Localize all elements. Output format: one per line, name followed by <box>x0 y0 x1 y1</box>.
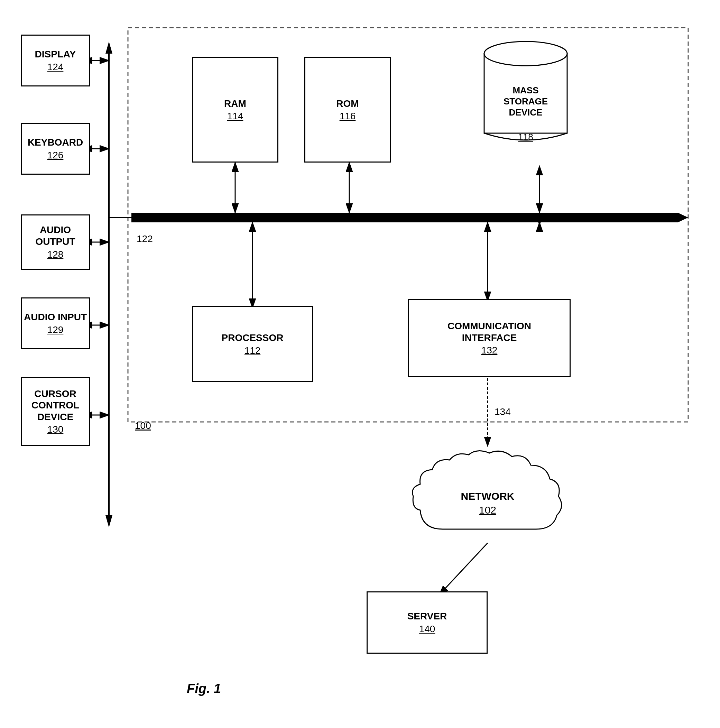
rom-number: 116 <box>339 111 356 122</box>
audio-input-label: AUDIO INPUT <box>24 311 87 323</box>
svg-text:122: 122 <box>137 234 153 244</box>
svg-text:STORAGE: STORAGE <box>503 96 548 107</box>
svg-marker-14 <box>105 41 112 54</box>
processor-box: PROCESSOR 112 <box>192 306 313 382</box>
svg-text:134: 134 <box>495 406 511 417</box>
svg-text:102: 102 <box>479 504 496 515</box>
server-number: 140 <box>419 624 436 635</box>
display-label: DISPLAY <box>35 48 76 60</box>
audio-input-box: AUDIO INPUT 129 <box>21 297 90 349</box>
audio-output-label: AUDIO OUTPUT <box>35 224 75 247</box>
svg-rect-4 <box>131 213 678 222</box>
ram-label: RAM <box>224 98 246 110</box>
svg-marker-15 <box>105 515 112 528</box>
display-box: DISPLAY 124 <box>21 35 90 86</box>
server-label: SERVER <box>407 610 447 622</box>
svg-line-23 <box>439 543 488 595</box>
svg-text:NETWORK: NETWORK <box>461 490 515 502</box>
processor-label: PROCESSOR <box>222 332 284 344</box>
audio-output-number: 128 <box>47 249 64 260</box>
keyboard-number: 126 <box>47 150 64 161</box>
cursor-control-number: 130 <box>47 424 64 435</box>
comm-interface-label: COMMUNICATION INTERFACE <box>448 320 531 343</box>
keyboard-box: KEYBOARD 126 <box>21 123 90 174</box>
cursor-control-label: CURSOR CONTROL DEVICE <box>32 388 79 423</box>
rom-label: ROM <box>336 98 359 110</box>
comm-interface-box: COMMUNICATION INTERFACE 132 <box>408 299 570 377</box>
keyboard-label: KEYBOARD <box>28 137 83 148</box>
audio-output-box: AUDIO OUTPUT 128 <box>21 214 90 270</box>
audio-input-number: 129 <box>47 324 64 335</box>
ram-box: RAM 114 <box>192 57 278 162</box>
svg-text:MASS: MASS <box>512 85 538 95</box>
comm-interface-number: 132 <box>482 345 498 356</box>
svg-marker-12 <box>133 213 145 222</box>
server-box: SERVER 140 <box>367 591 488 654</box>
svg-marker-5 <box>678 213 688 222</box>
processor-number: 112 <box>245 345 261 356</box>
rom-box: ROM 116 <box>304 57 391 162</box>
svg-text:100: 100 <box>135 420 151 431</box>
ram-number: 114 <box>227 111 243 122</box>
mass-storage-cylinder: MASS STORAGE DEVICE 118 <box>477 33 574 154</box>
svg-point-28 <box>484 41 567 66</box>
network-cloud: NETWORK 102 <box>408 446 567 546</box>
svg-text:118: 118 <box>518 132 533 142</box>
diagram: 122 134 100 DISPLAY 124 KEYBOARD 126 AUD… <box>0 0 720 728</box>
figure-caption: Fig. 1 <box>187 681 221 696</box>
cursor-control-box: CURSOR CONTROL DEVICE 130 <box>21 377 90 446</box>
display-number: 124 <box>47 61 64 73</box>
svg-text:DEVICE: DEVICE <box>509 107 543 118</box>
figure-caption-text: Fig. 1 <box>187 681 221 696</box>
